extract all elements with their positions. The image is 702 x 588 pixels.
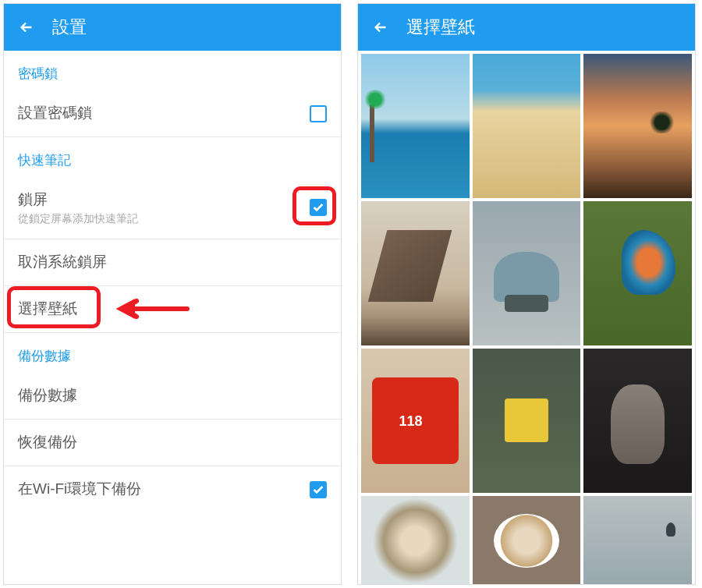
wallpaper-thumb-sunset-tree[interactable] [583, 54, 692, 198]
item-label: 取消系統鎖屏 [18, 252, 327, 273]
wallpaper-content[interactable] [358, 51, 695, 584]
wallpaper-thumb-red-bus[interactable] [361, 349, 470, 493]
checkbox-lockscreen[interactable] [310, 199, 327, 216]
wallpaper-thumb-sand-footprints[interactable] [473, 54, 581, 198]
item-sublabel: 從鎖定屏幕添加快速筆記 [18, 212, 310, 226]
section-password-lock: 密碼鎖 [4, 51, 341, 90]
wallpaper-thumb-tiny-planet[interactable] [361, 496, 470, 584]
wallpaper-grid [358, 51, 695, 584]
item-set-password[interactable]: 設置密碼鎖 [4, 90, 341, 137]
settings-title: 設置 [52, 16, 87, 39]
item-label: 在Wi-Fi環境下備份 [18, 479, 310, 500]
item-backup-data[interactable]: 備份數據 [4, 373, 341, 420]
wallpaper-thumb-latte-art[interactable] [473, 496, 581, 584]
item-label: 鎖屏 [18, 190, 310, 211]
wallpaper-thumb-pier[interactable] [361, 201, 470, 345]
item-label: 備份數據 [18, 385, 327, 406]
settings-header: 設置 [4, 4, 341, 51]
checkbox-wifi-backup[interactable] [310, 481, 327, 498]
wallpaper-header: 選擇壁紙 [358, 4, 695, 51]
wallpaper-thumb-cable-car[interactable] [473, 349, 581, 493]
wallpaper-screen: 選擇壁紙 [357, 3, 696, 585]
settings-screen: 設置 密碼鎖 設置密碼鎖 快速筆記 鎖屏 從鎖定屏幕添加快速筆記 取消系統鎖屏 [3, 3, 342, 585]
wallpaper-thumb-kingfisher[interactable] [583, 201, 692, 345]
back-icon[interactable] [372, 19, 389, 36]
item-lockscreen[interactable]: 鎖屏 從鎖定屏幕添加快速筆記 [4, 177, 341, 239]
back-icon[interactable] [18, 19, 35, 36]
section-backup: 備份數據 [4, 333, 341, 373]
item-cancel-syslock[interactable]: 取消系統鎖屏 [4, 239, 341, 286]
item-choose-wallpaper[interactable]: 選擇壁紙 [4, 286, 341, 333]
settings-content: 密碼鎖 設置密碼鎖 快速筆記 鎖屏 從鎖定屏幕添加快速筆記 取消系統鎖屏 [4, 51, 341, 584]
wallpaper-thumb-beetle-car[interactable] [473, 201, 581, 345]
wallpaper-thumb-cat[interactable] [583, 349, 692, 493]
wallpaper-title: 選擇壁紙 [406, 16, 475, 39]
wallpaper-thumb-paraglider[interactable] [583, 496, 692, 584]
section-quick-note: 快速筆記 [4, 137, 341, 177]
item-restore-backup[interactable]: 恢復備份 [4, 420, 341, 466]
item-label: 設置密碼鎖 [18, 103, 310, 124]
item-label: 恢復備份 [18, 432, 327, 453]
item-label: 選擇壁紙 [18, 299, 327, 320]
checkbox-password[interactable] [310, 105, 327, 122]
wallpaper-thumb-beach-palm[interactable] [361, 54, 470, 198]
item-wifi-backup[interactable]: 在Wi-Fi環境下備份 [4, 466, 341, 513]
